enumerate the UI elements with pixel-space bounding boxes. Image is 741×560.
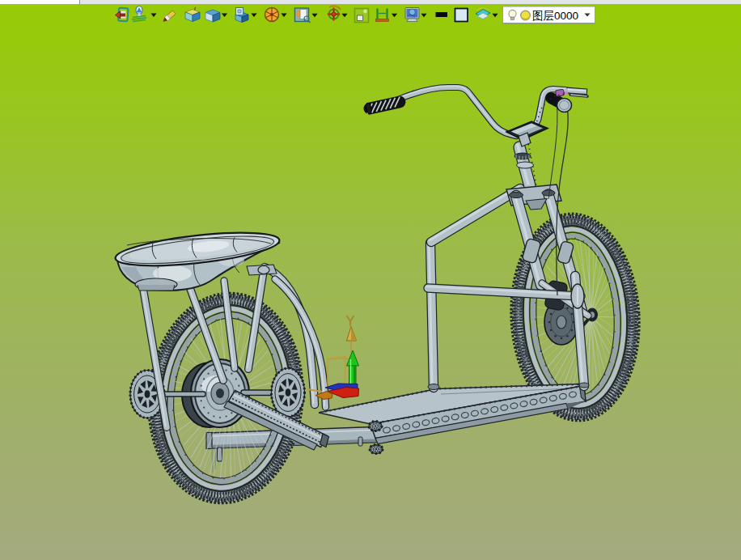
svg-text:图层0000: 图层0000 — [532, 10, 578, 22]
